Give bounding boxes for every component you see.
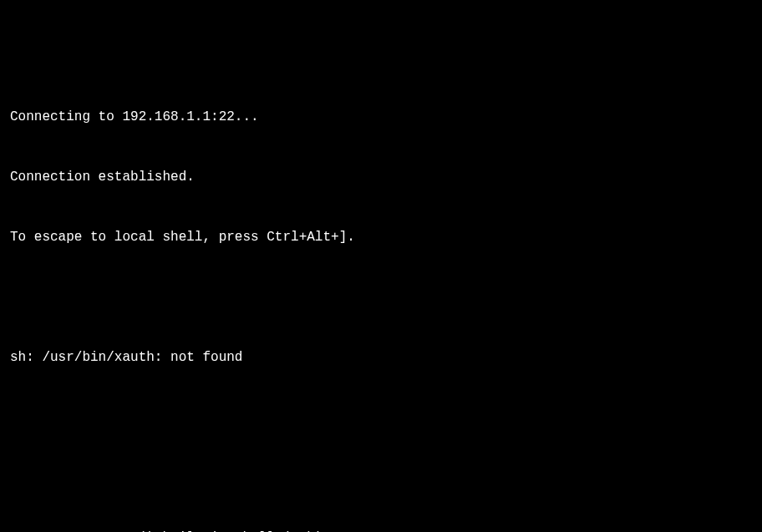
output-line: Connecting to 192.168.1.1:22... xyxy=(10,107,752,127)
output-line: To escape to local shell, press Ctrl+Alt… xyxy=(10,227,752,247)
terminal-output[interactable]: Connecting to 192.168.1.1:22... Connecti… xyxy=(10,7,752,532)
output-line: BusyBox v1.30.1 () built-in shell (ash) xyxy=(10,528,752,532)
output-line xyxy=(10,47,752,67)
output-line: Connection established. xyxy=(10,167,752,187)
output-line: sh: /usr/bin/xauth: not found xyxy=(10,347,752,367)
output-line xyxy=(10,468,752,488)
output-line xyxy=(10,287,752,307)
output-line xyxy=(10,408,752,428)
